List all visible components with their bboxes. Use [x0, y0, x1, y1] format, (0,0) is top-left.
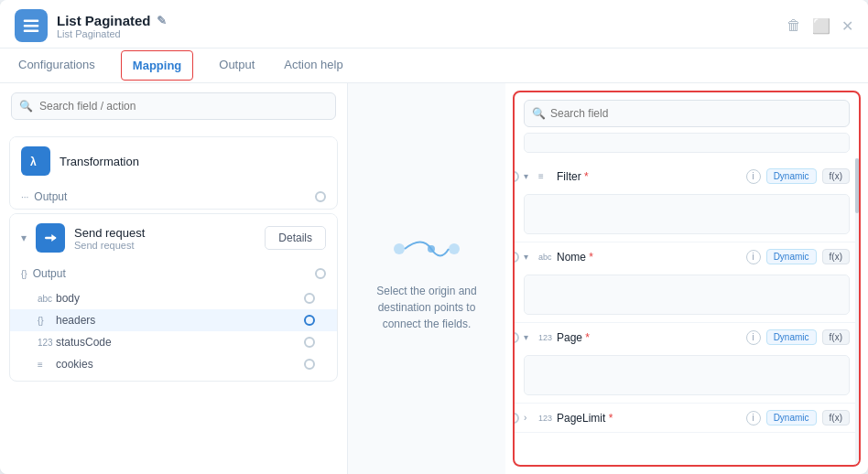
close-button[interactable]: ✕ [841, 17, 853, 35]
details-button[interactable]: Details [265, 226, 326, 250]
expand-button[interactable]: ⬜ [812, 17, 830, 35]
sub-item-statuscode: 123 statusCode [10, 331, 337, 353]
statuscode-type-icon: 123 [38, 338, 50, 348]
svg-text:λ: λ [30, 156, 37, 168]
right-fields: ▾ ≡ Filter * i Dynamic f(x) [515, 158, 859, 465]
svg-marker-5 [51, 234, 56, 242]
window-title: List Paginated [57, 13, 151, 28]
edit-icon[interactable]: ✎ [157, 14, 167, 27]
filter-connector [515, 171, 519, 182]
field-header-filter: ▾ ≡ Filter * i Dynamic f(x) [515, 162, 859, 190]
page-required: * [582, 331, 590, 344]
transformation-block: λ Transformation ··· Output [9, 136, 338, 210]
left-search-box: 🔍 [11, 92, 336, 120]
right-panel: 🔍 ▾ ≡ Filter * i Dynamic [513, 91, 861, 467]
lambda-icon: λ [27, 153, 44, 169]
scrollbar-thumb[interactable] [855, 158, 859, 213]
title-text: List Paginated ✎ List Paginated [57, 13, 167, 39]
output-connector [315, 191, 326, 202]
field-header-page: ▾ 123 Page * i Dynamic f(x) [515, 323, 859, 351]
left-search-input[interactable] [11, 92, 336, 120]
nome-dynamic-badge[interactable]: Dynamic [766, 249, 817, 264]
left-search-icon: 🔍 [19, 100, 33, 113]
field-row-page: ▾ 123 Page * i Dynamic f(x) [515, 323, 859, 404]
title-main: List Paginated ✎ [57, 13, 167, 28]
nome-required: * [586, 251, 593, 264]
delete-button[interactable]: 🗑 [787, 17, 801, 34]
nome-fx-badge[interactable]: f(x) [822, 249, 850, 264]
send-request-sub-items: abc body {} headers 123 statusCode [10, 285, 337, 381]
page-chevron[interactable]: ▾ [524, 332, 533, 342]
send-request-output: {} Output [10, 262, 337, 285]
nome-chevron[interactable]: ▾ [524, 252, 533, 262]
connect-illustration: Select the origin and destination points… [348, 226, 505, 332]
page-connector [515, 332, 519, 343]
title-actions: 🗑 ⬜ ✕ [787, 17, 853, 35]
pagelimit-required: * [605, 412, 613, 425]
pagelimit-dynamic-badge[interactable]: Dynamic [766, 410, 817, 426]
transformation-icon: λ [21, 146, 50, 176]
transformation-row: λ Transformation [10, 137, 337, 185]
pagelimit-fx-badge[interactable]: f(x) [822, 410, 850, 426]
svg-point-6 [394, 243, 405, 254]
page-info-icon[interactable]: i [746, 330, 761, 345]
nome-input-area[interactable] [524, 275, 850, 315]
top-input-area [524, 133, 850, 153]
sub-item-headers: {} headers [10, 309, 337, 331]
cookies-connector [304, 359, 315, 370]
tabs-bar: Configurations Mapping Output Action hel… [0, 48, 868, 83]
filter-info-icon[interactable]: i [746, 169, 761, 184]
body-connector [304, 293, 315, 304]
tab-action-help[interactable]: Action help [280, 48, 346, 82]
pagelimit-type-icon: 123 [538, 414, 551, 423]
send-request-block: ▾ Send request Send request Details [9, 213, 338, 382]
transformation-output: ··· Output [10, 185, 337, 209]
nome-info-icon[interactable]: i [746, 250, 761, 264]
nome-connector [515, 252, 519, 263]
pagelimit-connector [515, 413, 519, 424]
transformation-output-label: Output [34, 190, 67, 203]
body-type-icon: abc [38, 294, 50, 304]
app-icon [15, 9, 48, 42]
pagelimit-info-icon[interactable]: i [746, 411, 761, 426]
svg-point-8 [428, 245, 435, 253]
filter-input-area[interactable] [524, 194, 850, 234]
transformation-title: Transformation [60, 155, 139, 168]
page-type-icon: 123 [538, 333, 551, 342]
cookies-label: cookies [56, 358, 93, 371]
field-row-nome: ▾ abc Nome * i Dynamic f(x) [515, 242, 859, 323]
svg-rect-1 [24, 25, 39, 27]
send-request-row: ▾ Send request Send request Details [10, 214, 337, 262]
filter-fx-badge[interactable]: f(x) [822, 168, 850, 184]
center-area: Select the origin and destination points… [348, 83, 505, 474]
tab-output[interactable]: Output [215, 48, 258, 82]
main-window: List Paginated ✎ List Paginated 🗑 ⬜ ✕ Co… [0, 0, 868, 474]
send-request-title: Send request [74, 226, 145, 240]
send-output-dot-icon: {} [21, 269, 27, 279]
page-fx-badge[interactable]: f(x) [822, 329, 850, 345]
send-icon-svg [43, 231, 58, 245]
output-dot-icon: ··· [21, 192, 28, 202]
filter-chevron[interactable]: ▾ [524, 171, 533, 181]
send-request-output-label: Output [33, 267, 66, 280]
right-search-input[interactable] [524, 100, 850, 127]
main-content: 🔍 λ Transformation ··· [0, 83, 868, 474]
left-panel-items: λ Transformation ··· Output ▾ [0, 129, 347, 474]
filter-type-icon: ≡ [538, 171, 551, 181]
send-request-subtitle: Send request [74, 240, 145, 251]
statuscode-label: statusCode [56, 336, 112, 349]
filter-dynamic-badge[interactable]: Dynamic [766, 168, 817, 184]
title-left: List Paginated ✎ List Paginated [15, 9, 167, 42]
right-search-icon: 🔍 [532, 107, 546, 120]
page-dynamic-badge[interactable]: Dynamic [766, 329, 817, 345]
sub-item-cookies: ≡ cookies [10, 353, 337, 375]
tab-mapping[interactable]: Mapping [121, 50, 193, 81]
page-input-area[interactable] [524, 355, 850, 395]
send-output-connector [315, 268, 326, 279]
nome-type-icon: abc [538, 253, 551, 262]
page-name: Page * [557, 331, 741, 344]
svg-rect-0 [24, 20, 39, 22]
body-label: body [56, 292, 80, 305]
pagelimit-chevron[interactable]: › [524, 413, 533, 423]
tab-configurations[interactable]: Configurations [15, 48, 99, 82]
